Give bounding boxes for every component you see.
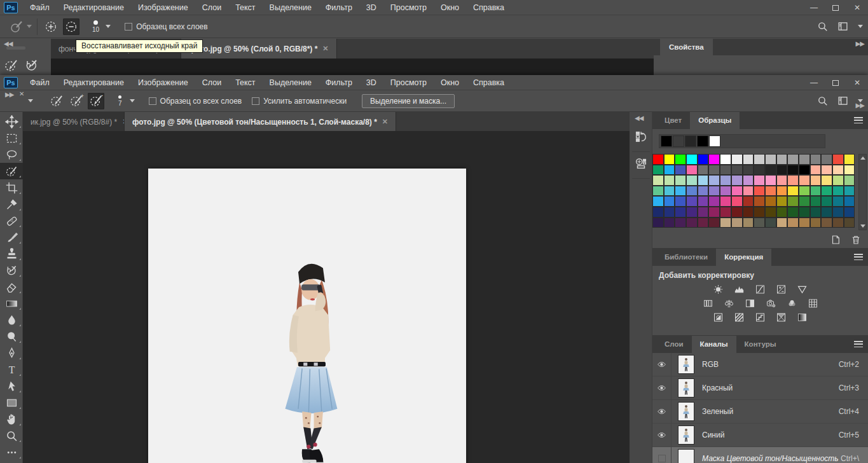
adjustment-levels-icon[interactable] — [733, 284, 746, 294]
swatch[interactable] — [652, 218, 664, 228]
minimize-button[interactable]: — — [803, 0, 825, 15]
close-button[interactable]: ✕ — [846, 0, 868, 15]
menu-item[interactable]: Слои — [195, 75, 228, 90]
menu-item[interactable]: Окно — [434, 75, 466, 90]
expand-panel-icon[interactable]: ▶▶ — [5, 91, 13, 98]
swatch[interactable] — [731, 218, 743, 228]
recent-swatch[interactable] — [661, 135, 672, 147]
swatch[interactable] — [844, 154, 855, 165]
menu-item[interactable]: Справка — [466, 75, 511, 90]
swatch[interactable] — [754, 186, 765, 197]
swatch[interactable] — [821, 207, 832, 218]
brush-icon[interactable] — [24, 58, 39, 73]
menu-item[interactable]: Файл — [23, 75, 57, 90]
search-icon[interactable] — [817, 95, 828, 106]
swatch[interactable] — [754, 154, 765, 165]
swatch[interactable] — [708, 186, 720, 197]
tab-paths[interactable]: Контуры — [736, 336, 785, 353]
swatch[interactable] — [708, 196, 720, 207]
menu-item[interactable]: Просмотр — [383, 0, 434, 15]
tool-type-icon[interactable] — [0, 361, 23, 378]
swatch[interactable] — [832, 154, 844, 165]
close-panel-icon[interactable]: ✕ — [19, 90, 24, 97]
tool-selection-brush-icon[interactable] — [0, 163, 23, 179]
swatch[interactable] — [731, 175, 743, 186]
brush-size-control[interactable]: 7 — [118, 95, 122, 107]
swatch[interactable] — [675, 186, 686, 197]
expand-panels-icon[interactable]: ▶▶ — [856, 102, 864, 109]
tab-adjustments[interactable]: Коррекция — [716, 249, 771, 266]
swatch[interactable] — [731, 196, 743, 207]
swatch[interactable] — [686, 196, 698, 207]
swatch[interactable] — [743, 165, 754, 176]
swatch[interactable] — [743, 175, 754, 186]
tool-path-select-icon[interactable] — [0, 378, 23, 394]
swatch[interactable] — [776, 175, 788, 186]
workspace-icon[interactable] — [837, 95, 849, 106]
sample-all-layers-checkbox[interactable] — [125, 23, 132, 31]
channel-thumbnail[interactable] — [678, 402, 694, 421]
swatch[interactable] — [776, 218, 788, 228]
add-selection-button[interactable] — [43, 18, 59, 35]
menu-item[interactable]: Изображение — [131, 0, 195, 15]
swatch[interactable] — [810, 175, 822, 186]
panel-menu-icon[interactable] — [854, 117, 863, 123]
swatch[interactable] — [675, 175, 686, 186]
swatch[interactable] — [675, 165, 686, 176]
swatch[interactable] — [720, 165, 731, 176]
tool-move-icon[interactable] — [0, 113, 23, 130]
tab-swatches[interactable]: Образцы — [690, 112, 740, 129]
swatch[interactable] — [844, 175, 855, 186]
swatch[interactable] — [787, 165, 799, 176]
swatch[interactable] — [810, 186, 822, 197]
recent-swatch[interactable] — [685, 135, 696, 147]
adjustment-gradient-map-icon[interactable] — [775, 312, 788, 322]
channel-row[interactable]: Маска Цветовой тон/Насыщенность 1Ctrl+\ — [652, 447, 868, 463]
selection-brush-add-button[interactable]: + — [68, 93, 85, 109]
swatch[interactable] — [821, 186, 832, 197]
swatch[interactable] — [844, 165, 855, 176]
menu-item[interactable]: Окно — [434, 0, 466, 15]
adjustment-selective-color-icon[interactable] — [796, 312, 809, 322]
swatch[interactable] — [787, 154, 799, 165]
menu-item[interactable]: Текст — [228, 75, 262, 90]
visibility-toggle[interactable] — [658, 455, 666, 462]
swatch[interactable] — [652, 186, 664, 197]
adjustment-photo-filter-icon[interactable] — [764, 298, 777, 308]
tool-preset-chevron-icon[interactable] — [28, 99, 33, 102]
swatch[interactable] — [686, 207, 698, 218]
swatch[interactable] — [799, 207, 810, 218]
swatch[interactable] — [787, 207, 799, 218]
recent-swatch[interactable] — [673, 135, 684, 147]
tool-hand-icon[interactable] — [0, 411, 23, 427]
channel-thumbnail[interactable] — [678, 355, 694, 374]
swatch[interactable] — [708, 218, 720, 228]
adjustment-exposure-icon[interactable] — [775, 284, 788, 294]
brush-size-chevron-icon[interactable] — [106, 25, 111, 28]
adjustment-hue-saturation-icon[interactable] — [701, 298, 714, 308]
adjustment-color-balance-icon[interactable] — [722, 298, 735, 308]
swatch[interactable] — [686, 175, 698, 186]
restore-button[interactable] — [825, 0, 846, 15]
visibility-cell[interactable] — [652, 424, 672, 446]
swatch[interactable] — [776, 207, 788, 218]
visibility-cell[interactable] — [652, 377, 672, 399]
swatch[interactable] — [743, 218, 754, 228]
channel-row[interactable]: RGBCtrl+2 — [652, 353, 868, 377]
menu-item[interactable]: Редактирование — [57, 75, 131, 90]
brush-size-chevron-icon[interactable] — [130, 99, 135, 102]
tool-shape-icon[interactable] — [0, 394, 23, 411]
adjustment-posterize-icon[interactable] — [733, 312, 746, 322]
swatch[interactable] — [708, 175, 720, 186]
restore-button[interactable] — [825, 75, 846, 90]
minimize-button[interactable]: — — [803, 75, 825, 90]
menu-item[interactable]: Текст — [228, 0, 262, 15]
swatch[interactable] — [698, 154, 709, 165]
tool-preset-chevron-icon[interactable] — [27, 25, 32, 28]
swatch[interactable] — [765, 186, 776, 197]
swatch[interactable] — [698, 175, 709, 186]
swatch[interactable] — [720, 196, 731, 207]
swatch[interactable] — [799, 218, 810, 228]
document-tab[interactable]: фото.jpg @ 50% (Слой 0, RGB/8*) * ✕ — [181, 39, 337, 59]
menu-item[interactable]: Слои — [195, 0, 228, 15]
